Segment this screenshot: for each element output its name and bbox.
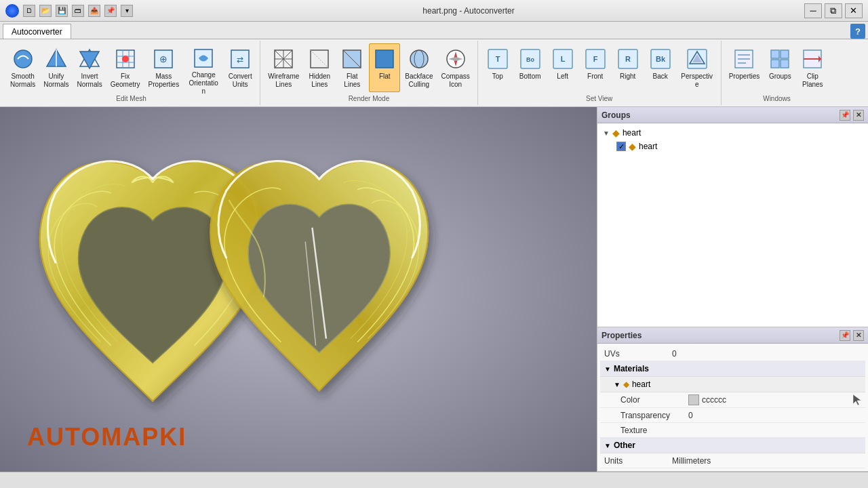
texture-label: Texture xyxy=(620,426,688,435)
flat-lines-btn[interactable]: FlatLines xyxy=(336,43,368,92)
compass-icon-btn[interactable]: CompassIcon xyxy=(437,43,473,92)
properties-panel: Properties 📌 ✕ UVs 0 ▼ Materials xyxy=(597,327,868,472)
right-view-btn[interactable]: R Right xyxy=(612,43,644,92)
heart-material-label: heart xyxy=(632,380,650,389)
render-mode-label: Render Mode xyxy=(264,95,473,104)
svg-rect-52 xyxy=(771,60,779,68)
properties-pin-btn[interactable]: 📌 xyxy=(840,330,850,341)
groups-close-btn[interactable]: ✕ xyxy=(853,110,864,121)
wireframe-btn[interactable]: WireframeLines xyxy=(264,43,302,92)
properties-panel-title: Properties xyxy=(601,331,642,340)
root-heart-label: heart xyxy=(623,128,641,138)
hidden-lines-btn[interactable]: HiddenLines xyxy=(304,43,335,92)
flat-shading-btn[interactable]: Flat xyxy=(369,43,400,92)
viewport[interactable]: AUTOMAPKI xyxy=(0,107,597,472)
other-section[interactable]: ▼ Other xyxy=(600,438,865,453)
unify-normals-btn[interactable]: UnifyNormals xyxy=(40,43,72,92)
unify-label: UnifyNormals xyxy=(43,73,68,89)
back-label: Back xyxy=(653,73,668,81)
windows-group: Properties Groups ClipPlanes Windows xyxy=(722,41,833,105)
svg-text:L: L xyxy=(560,55,565,63)
backface-culling-btn[interactable]: BackfaceCulling xyxy=(401,43,436,92)
new-file-btn[interactable]: 🗋 xyxy=(23,5,35,17)
fix-icon xyxy=(113,47,138,71)
top-icon: T xyxy=(486,47,510,71)
groups-panel: Groups 📌 ✕ ▼ ◆ heart ✓ ◆ heart xyxy=(597,107,868,327)
minimize-btn[interactable]: ─ xyxy=(804,3,822,18)
windows-buttons: Properties Groups ClipPlanes xyxy=(726,42,829,94)
back-view-btn[interactable]: Bk Back xyxy=(645,43,676,92)
autoconverter-tab[interactable]: Autoconverter xyxy=(3,24,71,39)
edit-mesh-group: SmoothNormals UnifyNormals InvertNormals… xyxy=(3,41,260,105)
color-value[interactable]: cccccc xyxy=(688,394,861,405)
back-icon: Bk xyxy=(648,47,673,71)
open-file-btn[interactable]: 📂 xyxy=(39,5,52,17)
svg-rect-25 xyxy=(376,50,393,68)
compass-label: CompassIcon xyxy=(441,73,469,89)
svg-text:F: F xyxy=(593,55,597,63)
front-view-btn[interactable]: F Front xyxy=(580,43,611,92)
svg-text:Bk: Bk xyxy=(656,55,666,63)
perspective-view-btn[interactable]: Perspective xyxy=(677,43,717,92)
main-content: AUTOMAPKI Groups 📌 ✕ ▼ ◆ heart xyxy=(0,107,868,472)
child-heart-checkbox[interactable]: ✓ xyxy=(616,142,626,151)
svg-point-0 xyxy=(14,50,32,68)
clip-label: ClipPlanes xyxy=(802,73,823,89)
svg-rect-53 xyxy=(781,60,789,68)
smooth-normals-btn[interactable]: SmoothNormals xyxy=(7,43,39,92)
svg-text:⊕: ⊕ xyxy=(159,54,167,64)
groups-panel-header: Groups 📌 ✕ xyxy=(597,107,868,123)
texture-row: Texture xyxy=(600,423,865,438)
restore-btn[interactable]: ⧉ xyxy=(825,3,842,18)
hidden-label: HiddenLines xyxy=(309,73,330,89)
other-label: Other xyxy=(614,441,635,450)
bottom-view-btn[interactable]: Bo Bottom xyxy=(515,43,546,92)
groups-pin-btn[interactable]: 📌 xyxy=(840,110,850,121)
svg-text:R: R xyxy=(625,55,631,63)
fix-geometry-btn[interactable]: FixGeometry xyxy=(107,43,144,92)
heart-material-arrow: ▼ xyxy=(614,381,620,388)
left-view-btn[interactable]: L Left xyxy=(547,43,578,92)
materials-section[interactable]: ▼ Materials xyxy=(600,361,865,377)
pin-btn[interactable]: 📌 xyxy=(104,5,117,17)
svg-point-10 xyxy=(122,56,129,62)
groups-window-btn[interactable]: Groups xyxy=(764,43,795,92)
uvs-row: UVs 0 xyxy=(600,346,865,361)
tree-item-root-heart[interactable]: ▼ ◆ heart xyxy=(600,126,865,140)
mass-label: MassProperties xyxy=(149,73,180,89)
color-swatch[interactable] xyxy=(688,394,699,405)
properties-icon xyxy=(732,47,756,71)
heart-material-section[interactable]: ▼ ◆ heart xyxy=(600,377,865,392)
properties-window-btn[interactable]: Properties xyxy=(726,43,764,92)
convert-icon: ⇄ xyxy=(228,47,252,71)
clip-planes-btn[interactable]: ClipPlanes xyxy=(797,43,828,92)
tree-item-child-heart[interactable]: ✓ ◆ heart xyxy=(600,140,865,153)
top-view-btn[interactable]: T Top xyxy=(482,43,513,92)
compass-icon xyxy=(443,47,468,71)
mass-properties-btn[interactable]: ⊕ MassProperties xyxy=(145,43,183,92)
close-btn[interactable]: ✕ xyxy=(845,3,863,18)
change-orientation-btn[interactable]: ChangeOrientation xyxy=(184,43,223,92)
edit-mesh-label: Edit Mesh xyxy=(7,95,256,104)
flat-label: Flat xyxy=(379,73,391,81)
save-file-btn[interactable]: 💾 xyxy=(56,5,68,17)
groups-window-label: Groups xyxy=(769,73,791,81)
more-btn[interactable]: ▾ xyxy=(121,5,133,17)
help-button[interactable]: ? xyxy=(850,24,865,39)
materials-arrow: ▼ xyxy=(604,365,611,373)
export-btn[interactable]: 📤 xyxy=(88,5,100,17)
root-heart-icon: ◆ xyxy=(612,127,620,138)
front-icon: F xyxy=(583,47,608,71)
child-heart-icon: ◆ xyxy=(629,141,636,152)
convert-units-btn[interactable]: ⇄ ConvertUnits xyxy=(224,43,256,92)
convert-label: ConvertUnits xyxy=(229,73,252,89)
window-title: heart.png - Autoconverter xyxy=(422,6,514,16)
saveas-file-btn[interactable]: 🗃 xyxy=(72,5,84,17)
left-label: Left xyxy=(557,73,568,81)
change-icon xyxy=(191,47,216,70)
right-panels: Groups 📌 ✕ ▼ ◆ heart ✓ ◆ heart xyxy=(597,107,868,472)
uvs-value: 0 xyxy=(672,349,861,359)
properties-panel-header: Properties 📌 ✕ xyxy=(597,327,868,344)
invert-normals-btn[interactable]: InvertNormals xyxy=(73,43,105,92)
properties-close-btn[interactable]: ✕ xyxy=(853,330,864,341)
